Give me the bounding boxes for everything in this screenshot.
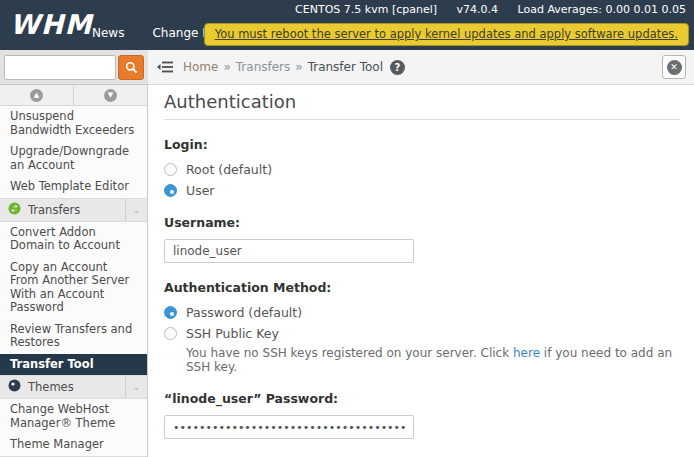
breadcrumb-separator: » bbox=[295, 60, 302, 74]
sidebar-item-web-template-editor[interactable]: Web Template Editor bbox=[0, 176, 147, 198]
radio-label: User bbox=[186, 183, 215, 198]
auth-method-option-password-default-[interactable]: Password (default) bbox=[164, 305, 680, 320]
server-load: Load Averages: 0.00 0.01 0.05 bbox=[518, 3, 686, 16]
ssh-note-text: You have no SSH keys registered on your … bbox=[186, 346, 513, 360]
username-input[interactable] bbox=[164, 239, 414, 263]
main-content: Authentication Login: Root (default)User… bbox=[148, 85, 694, 457]
radio-label: SSH Public Key bbox=[186, 326, 279, 341]
sidebar-item-transfer-tool[interactable]: Transfer Tool bbox=[0, 354, 147, 376]
sidebar-item-review-transfers-and-restores[interactable]: Review Transfers and Restores bbox=[0, 319, 147, 354]
transfers-icon bbox=[8, 202, 21, 218]
help-icon[interactable]: ? bbox=[390, 60, 405, 75]
search-input[interactable] bbox=[4, 55, 116, 80]
sidebar-items: Unsuspend Bandwidth ExceedersUpgrade/Dow… bbox=[0, 106, 147, 457]
breadcrumb: Home»Transfers»Transfer Tool bbox=[183, 60, 383, 74]
sidebar-section-label: Themes bbox=[28, 380, 74, 394]
top-bar: CENTOS 7.5 kvm [cpanel] v74.0.4 Load Ave… bbox=[0, 0, 694, 50]
sidebar-section-transfers[interactable]: Transfers⌄ bbox=[0, 198, 147, 222]
close-button[interactable]: ✕ bbox=[662, 55, 686, 79]
sidebar-item-convert-addon-domain-to-account[interactable]: Convert Addon Domain to Account bbox=[0, 222, 147, 257]
breadcrumb-separator: » bbox=[223, 60, 230, 74]
authentication-heading: Authentication bbox=[164, 91, 680, 120]
search-zone bbox=[0, 50, 148, 85]
sidebar-item-copy-an-account-from-another-server-with-an-account-password[interactable]: Copy an Account From Another Server With… bbox=[0, 257, 147, 319]
server-version: v74.0.4 bbox=[457, 3, 499, 16]
radio-unselected-icon[interactable] bbox=[164, 327, 177, 340]
reboot-alert-link[interactable]: You must reboot the server to apply kern… bbox=[204, 23, 689, 46]
auth-method-radio-group: Password (default)SSH Public Key bbox=[164, 305, 680, 341]
password-label: “linode_user” Password: bbox=[164, 391, 680, 406]
collapse-sidebar-icon[interactable] bbox=[156, 60, 173, 74]
breadcrumb-home[interactable]: Home bbox=[183, 60, 218, 74]
scroll-up-button[interactable]: ▲ bbox=[0, 85, 74, 105]
breadcrumb-transfer-tool: Transfer Tool bbox=[308, 60, 383, 74]
search-icon bbox=[125, 61, 138, 74]
themes-icon bbox=[8, 379, 21, 395]
username-label: Username: bbox=[164, 215, 680, 230]
sidebar-item-theme-manager[interactable]: Theme Manager bbox=[0, 434, 147, 456]
server-info: CENTOS 7.5 kvm [cpanel] v74.0.4 Load Ave… bbox=[279, 3, 686, 16]
radio-selected-icon[interactable] bbox=[164, 184, 177, 197]
sidebar-section-label: Transfers bbox=[28, 203, 80, 217]
radio-unselected-icon[interactable] bbox=[164, 163, 177, 176]
whm-logo: WHM bbox=[10, 9, 92, 40]
server-system: CENTOS 7.5 kvm [cpanel] bbox=[295, 3, 437, 16]
auth-method-label: Authentication Method: bbox=[164, 280, 680, 295]
login-radio-group: Root (default)User bbox=[164, 162, 680, 198]
chevron-down-icon[interactable]: ⌄ bbox=[125, 376, 147, 398]
login-option-root-default-[interactable]: Root (default) bbox=[164, 162, 680, 177]
scroll-up-icon: ▲ bbox=[30, 89, 43, 102]
sidebar-item-change-webhost-manager-theme[interactable]: Change WebHost Manager® Theme bbox=[0, 399, 147, 434]
scroll-down-icon: ▼ bbox=[104, 89, 117, 102]
breadcrumb-transfers[interactable]: Transfers bbox=[236, 60, 291, 74]
close-icon: ✕ bbox=[667, 60, 682, 75]
radio-label: Root (default) bbox=[186, 162, 272, 177]
ssh-key-note: You have no SSH keys registered on your … bbox=[186, 346, 680, 374]
ssh-key-here-link[interactable]: here bbox=[513, 346, 540, 360]
search-button[interactable] bbox=[118, 55, 144, 80]
sidebar: ▲ ▼ Unsuspend Bandwidth ExceedersUpgrade… bbox=[0, 85, 148, 457]
auth-method-option-ssh-public-key[interactable]: SSH Public Key bbox=[164, 326, 680, 341]
sidebar-section-themes[interactable]: Themes⌄ bbox=[0, 375, 147, 399]
scroll-down-button[interactable]: ▼ bbox=[74, 85, 147, 105]
chevron-down-icon[interactable]: ⌄ bbox=[125, 199, 147, 221]
breadcrumb-bar: Home»Transfers»Transfer Tool ? ✕ bbox=[148, 50, 694, 85]
radio-label: Password (default) bbox=[186, 305, 302, 320]
top-nav-news[interactable]: News bbox=[92, 26, 124, 40]
radio-selected-icon[interactable] bbox=[164, 306, 177, 319]
toolbar: Home»Transfers»Transfer Tool ? ✕ bbox=[0, 50, 694, 85]
sidebar-item-upgrade-downgrade-an-account[interactable]: Upgrade/Downgrade an Account bbox=[0, 141, 147, 176]
sidebar-scroll-controls: ▲ ▼ bbox=[0, 85, 147, 106]
login-label: Login: bbox=[164, 137, 680, 152]
login-option-user[interactable]: User bbox=[164, 183, 680, 198]
sidebar-item-unsuspend-bandwidth-exceeders[interactable]: Unsuspend Bandwidth Exceeders bbox=[0, 106, 147, 141]
password-input[interactable] bbox=[164, 415, 414, 439]
